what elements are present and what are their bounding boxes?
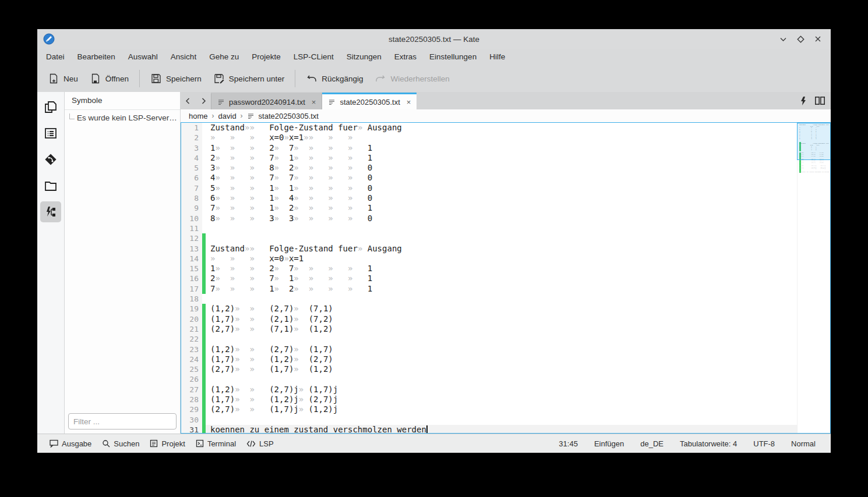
toggle-project[interactable]: Projekt: [144, 434, 190, 453]
menu-item-hilfe[interactable]: Hilfe: [483, 49, 511, 65]
symbols-filter-input[interactable]: [68, 413, 177, 429]
sidebar-item-list-panel[interactable]: [40, 123, 61, 144]
editor-line: 162» » » 7» 1» » » » 1: [181, 274, 797, 283]
editor-line: 75» » » 1» 1» » » » 0: [181, 183, 797, 193]
history-back-button[interactable]: [184, 97, 192, 105]
toolbar-separator: [295, 70, 295, 87]
tab-state20250305[interactable]: state20250305.txt ×: [322, 93, 417, 109]
minimap-viewport[interactable]: [797, 123, 831, 160]
line-text: (1,2)» » (2,7)j» (1,7)j: [206, 385, 797, 395]
menu-item-projekte[interactable]: Projekte: [245, 49, 287, 65]
tab-password20240914[interactable]: password20240914.txt ×: [211, 93, 322, 109]
kate-app-icon: [43, 33, 55, 45]
tab-marker: »: [215, 143, 230, 152]
editor-line: 2» » » x=0»x=1»» » »: [181, 133, 797, 143]
panel-title: Symbole: [65, 92, 180, 110]
line-number: 13: [181, 244, 202, 254]
sidebar-item-git[interactable]: [40, 149, 61, 170]
line-text: (1,7)» » (1,2)» (2,7): [206, 354, 797, 364]
breadcrumb-segment-home[interactable]: home: [189, 112, 208, 120]
breadcrumb-segment-file[interactable]: state20250305.txt: [259, 112, 319, 120]
list-panel-icon: [43, 126, 58, 141]
split-view-icon[interactable]: [815, 97, 825, 105]
toggle-lsp[interactable]: LSP: [241, 434, 279, 453]
close-button[interactable]: [812, 33, 824, 45]
open-button[interactable]: Öffnen: [84, 69, 135, 88]
sidebar-item-symbols[interactable]: [40, 201, 61, 222]
tab-marker: »: [348, 143, 368, 152]
sidebar-item-documents[interactable]: [40, 97, 61, 118]
editor-line: 19(1,2)» » (2,7)» (7,1): [181, 304, 797, 314]
lsp-symbols-icon: [43, 204, 58, 219]
minimap-scrollbar[interactable]: Zustand Folge-Zustand fuer Ausgang x=0 x…: [797, 123, 830, 433]
toggle-search[interactable]: Suchen: [97, 434, 144, 453]
breadcrumb-segment-david[interactable]: david: [218, 112, 237, 120]
tab-marker: »: [249, 395, 269, 404]
undo-button[interactable]: Rückgängig: [300, 69, 369, 88]
tab-marker: »: [328, 143, 348, 152]
tab-marker: »: [328, 163, 348, 172]
editor-line: 151» » » 2» 7» » » » 1: [181, 264, 797, 274]
line-number: 28: [181, 395, 202, 404]
tab-marker: »: [235, 345, 249, 354]
history-forward-button[interactable]: [200, 97, 207, 105]
edit-mode[interactable]: Normal: [783, 439, 824, 448]
input-mode[interactable]: Einfügen: [586, 439, 632, 448]
maximize-button[interactable]: [795, 33, 806, 45]
sidebar-item-projects[interactable]: [40, 175, 61, 196]
tab-close-icon[interactable]: ×: [407, 98, 411, 106]
save-as-button[interactable]: Speichern unter: [207, 69, 290, 88]
save-button[interactable]: Speichern: [144, 69, 207, 88]
menu-item-sitzungen[interactable]: Sitzungen: [340, 49, 388, 65]
tab-marker: »: [294, 284, 308, 293]
encoding[interactable]: UTF-8: [745, 439, 783, 448]
toggle-output[interactable]: Ausgabe: [44, 434, 97, 453]
tab-marker: »: [249, 193, 269, 203]
tab-marker: »: [348, 183, 368, 193]
tree-branch-line: [69, 113, 75, 119]
tab-marker: »: [230, 183, 250, 193]
menu-item-lsp-client[interactable]: LSP-CLient: [287, 49, 340, 65]
new-button[interactable]: Neu: [42, 69, 84, 88]
tab-marker: »: [249, 203, 269, 212]
line-number: 23: [181, 345, 202, 354]
maximize-icon: [797, 36, 805, 43]
tab-marker: »: [235, 385, 249, 394]
menu-item-bearbeiten[interactable]: Bearbeiten: [71, 49, 122, 65]
minimize-button[interactable]: [777, 33, 789, 45]
redo-button[interactable]: Wiederherstellen: [369, 69, 455, 88]
line-text: 1» » » 2» 7» » » » 1: [206, 143, 797, 153]
tab-marker: »: [309, 193, 329, 203]
tab-close-icon[interactable]: ×: [312, 98, 316, 106]
dictionary[interactable]: de_DE: [632, 439, 672, 448]
quick-open-icon[interactable]: [800, 97, 807, 105]
tab-marker: »: [294, 304, 308, 313]
tab-marker: »: [235, 314, 249, 324]
menu-item-ansicht[interactable]: Ansicht: [164, 49, 203, 65]
editor-line: 23(1,2)» » (2,7)» (1,7): [181, 345, 797, 354]
tab-marker: »: [294, 143, 308, 152]
menu-item-einstellungen[interactable]: Einstellungen: [423, 49, 483, 65]
text-edit-area[interactable]: 1Zustand»» Folge-Zustand fuer» Ausgang2»…: [181, 123, 797, 433]
tab-marker: »: [249, 345, 269, 354]
tab-marker: »: [215, 153, 230, 162]
toggle-output-label: Ausgabe: [62, 439, 91, 448]
toggle-terminal[interactable]: Terminal: [190, 434, 241, 453]
line-text: [206, 334, 797, 344]
cursor-position[interactable]: 31:45: [551, 439, 586, 448]
tab-marker: »: [235, 304, 249, 313]
tab-marker: »: [294, 163, 308, 172]
tab-marker: »: [299, 395, 309, 404]
tab-marker: »: [235, 364, 249, 374]
menu-item-extras[interactable]: Extras: [388, 49, 423, 65]
folder-icon: [43, 178, 58, 193]
menu-item-gehe-zu[interactable]: Gehe zu: [203, 49, 245, 65]
menu-item-datei[interactable]: Datei: [40, 49, 71, 65]
editor-line: 14» » » x=0»x=1: [181, 254, 797, 264]
symbols-tree-item[interactable]: Es wurde kein LSP-Server fü...: [65, 110, 180, 122]
tab-marker: »: [230, 133, 250, 142]
line-number: 26: [181, 374, 202, 384]
menu-item-auswahl[interactable]: Auswahl: [122, 49, 164, 65]
tab-width-setting[interactable]: Tabulatorweite: 4: [672, 439, 745, 448]
tab-marker: »: [348, 193, 368, 203]
